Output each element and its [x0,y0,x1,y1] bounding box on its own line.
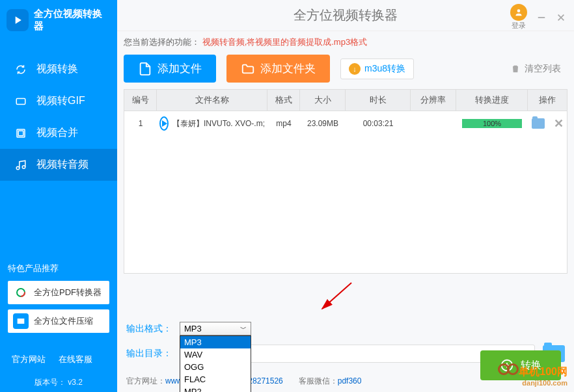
th-fmt: 格式 [267,90,300,111]
music-icon [14,159,27,172]
convert-icon [500,358,514,372]
cell-dur: 00:03:21 [346,119,411,128]
nav-label: 视频合并 [36,126,78,140]
file-icon [138,62,152,76]
svg-point-3 [16,166,20,170]
recommend: 特色产品推荐 全方位PDF转换器 全方位文件压缩 [0,255,117,346]
output-dir-label: 输出目录： [126,348,172,359]
annotation-arrow [319,280,358,312]
clear-list-button[interactable]: 清空列表 [510,63,567,75]
nav-video-merge[interactable]: 视频合并 [0,117,117,149]
minimize-button[interactable] [536,12,547,23]
download-icon: ↓ [349,63,361,75]
th-prog: 转换进度 [456,90,528,111]
login-label: 登录 [512,21,526,31]
nav-video-convert[interactable]: 视频转换 [0,53,117,85]
sidebar: 全方位视频转换器 视频转换 视频转GIF 视频合并 视频转音频 特色产品推荐 [0,0,117,392]
cell-size: 23.09MB [300,119,346,128]
main: 全方位视频转换器 登录 您当前选择的功能： 视频转音频,将视频里的音频提取成.m… [117,0,574,392]
footer-wx: pdf360 [338,376,362,385]
refresh-icon [14,63,27,76]
recommend-label: 全方位PDF转换器 [34,287,102,298]
cell-fmt: mp4 [267,119,300,128]
play-icon[interactable] [159,116,169,131]
cell-name: 【泰妍】INVUTo. XVO-.m; [157,116,267,131]
remove-icon[interactable]: ✕ [554,116,564,131]
compress-icon [13,313,29,329]
nav-label: 视频转换 [36,62,78,76]
progress-bar: 100% [462,119,522,128]
cell-prog: 100% [456,119,528,128]
pdf-icon [13,285,29,300]
table-row: 1 【泰妍】INVUTo. XVO-.m; mp4 23.09MB 00:03:… [124,111,567,136]
func-prefix: 您当前选择的功能： [124,37,200,47]
gif-icon [14,95,27,108]
th-size: 大小 [300,90,346,111]
cell-op: ✕ [528,116,567,131]
svg-rect-7 [18,319,25,324]
th-op: 操作 [528,90,567,111]
version: 版本号： v3.2 [0,373,117,392]
title: 全方位视频转换器 [294,7,398,24]
svg-point-8 [517,9,521,12]
table-body: 1 【泰妍】INVUTo. XVO-.m; mp4 23.09MB 00:03:… [124,111,567,274]
toolbar: 添加文件 添加文件夹 ↓ m3u8转换 清空列表 [117,52,574,89]
chevron-down-icon: ﹀ [240,324,247,333]
clear-label: 清空列表 [525,63,561,75]
add-file-button[interactable]: 添加文件 [124,55,216,83]
m3u8-label: m3u8转换 [364,63,405,75]
svg-line-10 [322,283,351,309]
trash-icon [510,64,521,74]
link-support[interactable]: 在线客服 [59,354,92,365]
table-header: 编号 文件名称 格式 大小 时长 分辨率 转换进度 操作 [124,89,567,111]
convert-label: 转换 [521,359,541,372]
recommend-label: 全方位文件压缩 [34,315,93,327]
output-format-label: 输出格式： [126,323,172,335]
merge-icon [14,127,27,140]
add-folder-button[interactable]: 添加文件夹 [226,55,330,83]
recommend-compress[interactable]: 全方位文件压缩 [8,309,109,333]
option-mp2[interactable]: MP2 [180,385,251,392]
nav: 视频转换 视频转GIF 视频合并 视频转音频 [0,53,117,181]
cell-num: 1 [124,119,157,128]
svg-rect-0 [16,98,25,104]
open-folder-icon[interactable] [532,118,545,129]
titlebar: 全方位视频转换器 登录 [117,0,574,31]
nav-video-gif[interactable]: 视频转GIF [0,85,117,117]
logo: 全方位视频转换器 [0,0,117,40]
nav-video-audio[interactable]: 视频转音频 [0,149,117,181]
th-num: 编号 [124,90,157,111]
recommend-title: 特色产品推荐 [8,263,109,274]
option-flac[interactable]: FLAC [180,373,251,385]
format-dropdown: MP3 WAV OGG FLAC MP2 M4A [180,335,251,392]
m3u8-button[interactable]: ↓ m3u8转换 [340,59,414,79]
add-file-label: 添加文件 [157,61,202,76]
login-button[interactable]: 登录 [510,4,527,31]
func-desc: 视频转音频,将视频里的音频提取成.mp3格式 [202,37,368,47]
add-folder-label: 添加文件夹 [260,61,316,76]
recommend-pdf[interactable]: 全方位PDF转换器 [8,281,109,304]
th-name: 文件名称 [157,90,267,111]
output-format-select[interactable]: MP3 ﹀ MP3 WAV OGG FLAC MP2 M4A [180,322,251,335]
function-tip: 您当前选择的功能： 视频转音频,将视频里的音频提取成.mp3格式 [117,31,574,52]
folder-icon [241,62,255,76]
th-res: 分辨率 [411,90,456,111]
logo-icon [7,9,29,31]
close-button[interactable] [556,12,566,23]
file-name: 【泰妍】INVUTo. XVO-.m; [172,118,265,129]
table: 编号 文件名称 格式 大小 时长 分辨率 转换进度 操作 1 【泰妍】INVUT… [124,89,567,274]
svg-rect-2 [18,131,23,136]
svg-point-4 [22,165,25,168]
link-site[interactable]: 官方网站 [12,354,46,365]
th-dur: 时长 [346,90,411,111]
app-name: 全方位视频转换器 [34,8,111,33]
option-ogg[interactable]: OGG [180,361,251,373]
convert-button[interactable]: 转换 [480,350,561,380]
nav-label: 视频转GIF [36,94,85,108]
nav-label: 视频转音频 [36,158,89,172]
select-value: MP3 [184,324,202,333]
links: 官方网站 在线客服 [0,346,117,373]
option-mp3[interactable]: MP3 [180,336,251,348]
user-icon [510,4,527,21]
option-wav[interactable]: WAV [180,348,251,361]
